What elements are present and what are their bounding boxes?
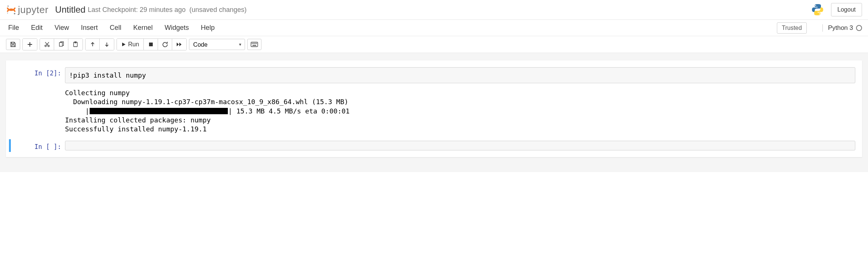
restart-button[interactable]: [158, 39, 172, 50]
menu-view[interactable]: View: [49, 20, 75, 35]
insert-cell-below-button[interactable]: [23, 39, 37, 50]
output-line: Collecting numpy: [65, 88, 855, 97]
svg-rect-11: [251, 42, 258, 47]
run-button[interactable]: Run: [117, 39, 144, 50]
move-group: [85, 38, 114, 50]
run-group: Run: [117, 38, 187, 50]
cut-button[interactable]: [40, 39, 54, 50]
menu-help[interactable]: Help: [195, 20, 221, 35]
python-logo-icon: [811, 3, 824, 16]
code-cell[interactable]: In [2]: !pip3 install numpy: [9, 66, 859, 85]
notebook-title[interactable]: Untitled: [55, 4, 86, 15]
svg-rect-10: [149, 43, 153, 46]
kernel-status-icon: [856, 25, 862, 31]
toolbar: Run Code: [0, 36, 868, 53]
svg-rect-14: [254, 43, 255, 44]
play-icon: [121, 42, 126, 47]
progress-bar: [90, 108, 228, 114]
run-label: Run: [128, 41, 139, 48]
notebook-background: In [2]: !pip3 install numpy Collecting n…: [0, 53, 868, 172]
move-up-button[interactable]: [86, 39, 100, 50]
progress-suffix: | 15.3 MB 4.5 MB/s eta 0:00:01: [228, 107, 350, 116]
move-down-button[interactable]: [100, 39, 114, 50]
cell-output: Collecting numpy Downloading numpy-1.19.…: [65, 85, 855, 134]
kernel-indicator[interactable]: Python 3: [822, 24, 862, 32]
fast-forward-icon: [176, 42, 182, 47]
svg-point-0: [7, 6, 9, 7]
insert-group: [22, 38, 37, 50]
menubar: File Edit View Insert Cell Kernel Widget…: [0, 20, 868, 36]
checkpoint-text: Last Checkpoint: 29 minutes ago: [88, 6, 186, 14]
header: jupyter Untitled Last Checkpoint: 29 min…: [0, 0, 868, 20]
output-progress-line: || 15.3 MB 4.5 MB/s eta 0:00:01: [65, 107, 855, 116]
notebook-container: In [2]: !pip3 install numpy Collecting n…: [6, 60, 862, 157]
code-cell-selected[interactable]: In [ ]:: [9, 139, 859, 152]
code-input[interactable]: [65, 141, 855, 150]
svg-rect-13: [253, 43, 254, 44]
interrupt-button[interactable]: [144, 39, 158, 50]
cell-output-row: Collecting numpy Downloading numpy-1.19.…: [9, 85, 859, 135]
output-line: Installing collected packages: numpy: [65, 116, 855, 125]
command-palette-button[interactable]: [247, 39, 261, 50]
save-icon: [10, 41, 16, 47]
svg-point-6: [48, 45, 49, 47]
trusted-indicator[interactable]: Trusted: [777, 22, 807, 34]
svg-point-2: [7, 13, 8, 14]
svg-rect-15: [255, 43, 256, 44]
svg-rect-16: [256, 43, 257, 44]
svg-point-1: [14, 13, 15, 15]
unsaved-changes-text: (unsaved changes): [189, 6, 247, 14]
paste-icon: [72, 41, 78, 47]
kernel-name: Python 3: [828, 24, 853, 32]
svg-point-5: [45, 45, 46, 47]
svg-rect-17: [252, 45, 256, 46]
jupyter-logo[interactable]: jupyter: [6, 4, 49, 16]
jupyter-logo-text: jupyter: [18, 4, 49, 16]
cut-copy-paste-group: [40, 38, 83, 50]
save-button[interactable]: [6, 39, 20, 50]
plus-icon: [27, 42, 32, 47]
menu-edit[interactable]: Edit: [25, 20, 49, 35]
copy-button[interactable]: [54, 39, 68, 50]
svg-rect-12: [252, 43, 252, 44]
jupyter-logo-icon: [6, 4, 16, 15]
stop-icon: [149, 42, 153, 47]
logout-button[interactable]: Logout: [831, 3, 862, 16]
input-prompt: In [2]:: [13, 67, 65, 83]
input-prompt: In [ ]:: [13, 141, 65, 150]
cell-type-select[interactable]: Code: [189, 39, 245, 50]
cell-type-wrap: Code: [189, 39, 245, 50]
output-line: Successfully installed numpy-1.19.1: [65, 125, 855, 134]
svg-point-3: [815, 5, 816, 6]
svg-point-4: [819, 13, 820, 15]
copy-icon: [58, 41, 64, 47]
restart-icon: [162, 41, 168, 47]
restart-run-all-button[interactable]: [172, 39, 186, 50]
paste-button[interactable]: [68, 39, 83, 50]
scissors-icon: [44, 41, 50, 47]
menu-cell[interactable]: Cell: [104, 20, 127, 35]
menu-insert[interactable]: Insert: [75, 20, 104, 35]
progress-prefix: |: [65, 107, 89, 116]
arrow-up-icon: [90, 42, 95, 47]
svg-rect-7: [59, 43, 62, 46]
output-prompt: [13, 85, 65, 134]
output-line: Downloading numpy-1.19.1-cp37-cp37m-maco…: [65, 97, 855, 106]
keyboard-icon: [251, 42, 258, 47]
arrow-down-icon: [104, 42, 109, 47]
code-input[interactable]: !pip3 install numpy: [65, 67, 855, 83]
menu-widgets[interactable]: Widgets: [159, 20, 195, 35]
menu-kernel[interactable]: Kernel: [127, 20, 159, 35]
menu-file[interactable]: File: [6, 20, 25, 35]
